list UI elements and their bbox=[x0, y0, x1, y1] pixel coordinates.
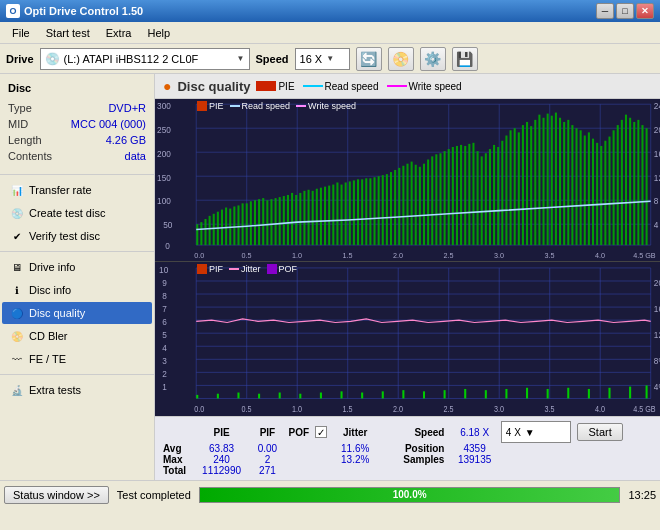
save-button[interactable]: 💾 bbox=[452, 47, 478, 71]
svg-rect-20 bbox=[204, 219, 206, 245]
sidebar-item-drive-info-label: Drive info bbox=[29, 261, 75, 273]
svg-rect-182 bbox=[382, 391, 384, 398]
sidebar-item-disc-info[interactable]: ℹ Disc info bbox=[2, 279, 152, 301]
refresh-button[interactable]: 🔄 bbox=[356, 47, 382, 71]
sidebar: Disc Type DVD+R MID MCC 004 (000) Length… bbox=[0, 74, 155, 480]
verify-test-disc-icon: ✔ bbox=[10, 229, 24, 243]
avg-pof bbox=[283, 443, 315, 454]
eject-button[interactable]: 📀 bbox=[388, 47, 414, 71]
app-icon: O bbox=[6, 4, 20, 18]
svg-text:0.5: 0.5 bbox=[242, 251, 252, 260]
sidebar-item-verify-test-disc[interactable]: ✔ Verify test disc bbox=[2, 225, 152, 247]
pof-legend-box bbox=[267, 264, 277, 274]
extra-tests-icon: 🔬 bbox=[10, 383, 24, 397]
legend-write-speed: Write speed bbox=[387, 81, 462, 92]
svg-text:100: 100 bbox=[157, 196, 171, 206]
svg-rect-108 bbox=[567, 120, 569, 245]
settings-button[interactable]: ⚙️ bbox=[420, 47, 446, 71]
legend-read-speed: Read speed bbox=[303, 81, 379, 92]
svg-rect-84 bbox=[468, 144, 470, 245]
svg-rect-123 bbox=[629, 118, 631, 245]
svg-rect-44 bbox=[303, 191, 305, 245]
svg-rect-68 bbox=[402, 166, 404, 245]
sidebar-item-cd-bler[interactable]: 📀 CD Bler bbox=[2, 325, 152, 347]
svg-rect-53 bbox=[341, 185, 343, 246]
svg-rect-191 bbox=[567, 388, 569, 399]
disc-type-value: DVD+R bbox=[108, 100, 146, 116]
svg-text:3.5: 3.5 bbox=[545, 251, 555, 260]
svg-rect-192 bbox=[588, 389, 590, 398]
menu-file[interactable]: File bbox=[4, 25, 38, 41]
svg-rect-46 bbox=[312, 191, 314, 245]
svg-text:1.0: 1.0 bbox=[292, 251, 302, 260]
pie-legend-text: PIE bbox=[209, 101, 224, 111]
svg-rect-195 bbox=[646, 385, 648, 398]
svg-rect-118 bbox=[608, 137, 610, 246]
svg-text:3.5: 3.5 bbox=[545, 404, 555, 414]
menu-help[interactable]: Help bbox=[139, 25, 178, 41]
svg-text:4: 4 bbox=[162, 342, 167, 353]
speed-select[interactable]: 16 X ▼ bbox=[295, 48, 350, 70]
sidebar-item-drive-info[interactable]: 🖥 Drive info bbox=[2, 256, 152, 278]
sidebar-item-extra-tests[interactable]: 🔬 Extra tests bbox=[2, 379, 152, 401]
svg-rect-75 bbox=[431, 156, 433, 245]
svg-rect-180 bbox=[341, 391, 343, 398]
menu-extra[interactable]: Extra bbox=[98, 25, 140, 41]
jitter-checkbox[interactable]: ✓ bbox=[315, 426, 327, 438]
disc-section-title: Disc bbox=[0, 78, 154, 98]
stats-speed-select[interactable]: 4 X ▼ bbox=[501, 421, 572, 443]
svg-rect-178 bbox=[299, 393, 301, 398]
start-button[interactable]: Start bbox=[577, 423, 622, 441]
drive-bar: Drive 💿 (L:) ATAPI iHBS112 2 CL0F ▼ Spee… bbox=[0, 44, 660, 74]
sidebar-item-transfer-rate[interactable]: 📊 Transfer rate bbox=[2, 179, 152, 201]
svg-rect-31 bbox=[250, 201, 252, 245]
max-label: Max bbox=[163, 454, 191, 465]
svg-rect-90 bbox=[493, 145, 495, 245]
svg-text:9: 9 bbox=[162, 277, 167, 288]
svg-rect-193 bbox=[608, 388, 610, 399]
svg-rect-41 bbox=[291, 193, 293, 245]
svg-rect-73 bbox=[423, 164, 425, 245]
svg-text:3.0: 3.0 bbox=[494, 251, 504, 260]
sidebar-item-disc-quality[interactable]: 🔵 Disc quality bbox=[2, 302, 152, 324]
svg-rect-94 bbox=[510, 130, 512, 245]
progress-bar: 100.0% bbox=[199, 487, 621, 503]
sidebar-item-create-test-disc[interactable]: 💿 Create test disc bbox=[2, 202, 152, 224]
svg-rect-89 bbox=[489, 149, 491, 245]
svg-rect-40 bbox=[287, 195, 289, 245]
svg-text:1.5: 1.5 bbox=[343, 251, 353, 260]
minimize-button[interactable]: ─ bbox=[596, 3, 614, 19]
chart2-container: 10 9 8 7 6 5 4 3 2 1 20% 16% 12% 8% 4% bbox=[155, 262, 660, 416]
svg-rect-79 bbox=[448, 149, 450, 245]
maximize-button[interactable]: □ bbox=[616, 3, 634, 19]
drive-select[interactable]: 💿 (L:) ATAPI iHBS112 2 CL0F ▼ bbox=[40, 48, 250, 70]
svg-rect-91 bbox=[497, 147, 499, 245]
svg-text:2: 2 bbox=[162, 368, 167, 379]
read-legend-line bbox=[230, 105, 240, 107]
svg-text:16%: 16% bbox=[654, 303, 660, 314]
svg-text:4.5 GB: 4.5 GB bbox=[633, 404, 655, 414]
svg-rect-122 bbox=[625, 115, 627, 245]
svg-text:200: 200 bbox=[157, 149, 171, 159]
svg-rect-107 bbox=[563, 122, 565, 245]
svg-text:4.5 GB: 4.5 GB bbox=[633, 251, 656, 260]
svg-rect-81 bbox=[456, 146, 458, 245]
sidebar-item-fe-te-label: FE / TE bbox=[29, 353, 66, 365]
drive-dropdown-arrow: ▼ bbox=[237, 54, 245, 63]
svg-rect-72 bbox=[419, 167, 421, 245]
svg-text:2.0: 2.0 bbox=[393, 251, 403, 260]
svg-text:24 X: 24 X bbox=[654, 101, 660, 111]
menu-start-test[interactable]: Start test bbox=[38, 25, 98, 41]
svg-rect-33 bbox=[258, 199, 260, 245]
pif-legend-text: PIF bbox=[209, 264, 223, 274]
svg-rect-45 bbox=[308, 190, 310, 245]
status-window-button[interactable]: Status window >> bbox=[4, 486, 109, 504]
disc-mid-row: MID MCC 004 (000) bbox=[8, 116, 146, 132]
stats-table: PIE PIF POF ✓ Jitter Speed 6.18 X 4 X ▼ bbox=[163, 421, 652, 476]
close-button[interactable]: ✕ bbox=[636, 3, 654, 19]
pif-legend-box bbox=[197, 264, 207, 274]
create-test-disc-icon: 💿 bbox=[10, 206, 24, 220]
disc-type-label: Type bbox=[8, 100, 32, 116]
svg-rect-22 bbox=[213, 214, 215, 245]
sidebar-item-fe-te[interactable]: 〰 FE / TE bbox=[2, 348, 152, 370]
